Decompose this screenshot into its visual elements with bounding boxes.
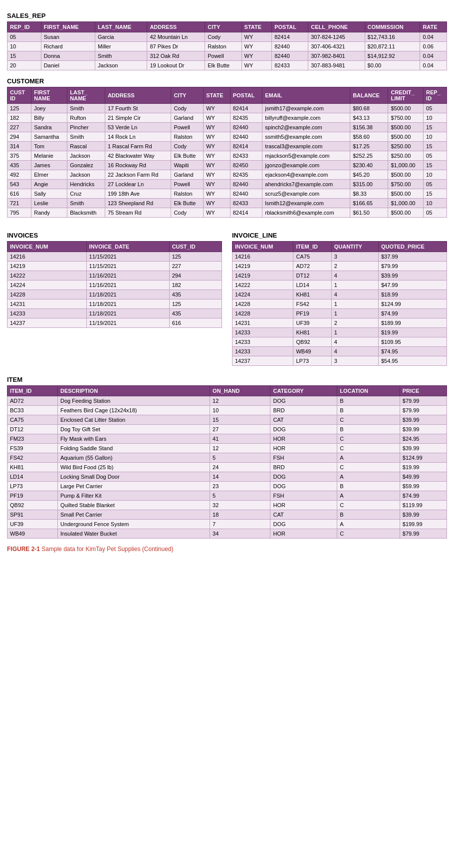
table-cell: A (337, 472, 400, 482)
table-cell: $500.00 (388, 170, 424, 180)
table-cell: 05 (424, 180, 447, 189)
table-cell: Samantha (31, 132, 67, 142)
table-cell: $250.00 (388, 142, 424, 151)
table-cell: WY (204, 132, 230, 142)
table-cell: 616 (169, 318, 222, 328)
table-row: 14219AD722$79.99 (232, 262, 447, 271)
salesrep-header-row: REP_IDFIRST_NAMELAST_NAMEADDRESSCITYSTAT… (7, 22, 447, 32)
table-cell: 82435 (230, 113, 262, 123)
table-cell: WY (204, 104, 230, 113)
table-cell: $19.99 (378, 328, 447, 337)
table-cell: $252.25 (350, 151, 388, 161)
col-header-on-hand: ON_HAND (210, 386, 270, 396)
table-cell: Powell (205, 51, 241, 61)
table-cell: BC33 (7, 406, 58, 415)
table-row: 1423711/19/2021616 (7, 318, 222, 328)
table-cell: 21 Simple Cir (105, 113, 171, 123)
table-cell: Sally (31, 189, 67, 199)
table-cell: DOG (270, 396, 337, 406)
table-cell: 82414 (272, 32, 308, 42)
table-cell: WY (204, 113, 230, 123)
table-cell: Jackson (95, 61, 147, 70)
table-row: QB92Quilted Stable Blanket32HORC$119.99 (7, 501, 447, 510)
table-cell: Small Pet Carrier (57, 510, 210, 520)
col-header-rep-id: REP_ID (7, 22, 41, 32)
table-cell: ejackson4@example.com (262, 170, 350, 180)
table-cell: FS42 (293, 299, 331, 309)
col-header-state: STATE (204, 87, 230, 104)
table-cell: Sandra (31, 123, 67, 132)
table-row: 1423111/18/2021125 (7, 299, 222, 309)
table-cell: 20 (7, 61, 41, 70)
table-cell: 82440 (230, 123, 262, 132)
table-row: 795RandyBlacksmith75 Stream RdCodyWY8241… (7, 208, 447, 218)
table-cell: Pump & Filter Kit (57, 491, 210, 501)
table-row: WB49Insulated Water Bucket34HORC$79.99 (7, 529, 447, 539)
table-cell: Gonzalez (67, 161, 105, 170)
col-header-last-name: LAST_NAME (95, 22, 147, 32)
invoice-line-section: INVOICE_LINE INVOICE_NUMITEM_IDQUANTITYQ… (232, 225, 447, 369)
table-cell: $199.99 (400, 520, 447, 529)
table-cell: $45.20 (350, 170, 388, 180)
table-cell: Dog Feeding Station (57, 396, 210, 406)
invoices-section: INVOICES INVOICE_NUMINVOICE_DATECUST_ID … (7, 225, 222, 369)
col-header-commission: COMMISSION (365, 22, 420, 32)
table-row: 125JoeySmith17 Fourth StCodyWY82414jsmit… (7, 104, 447, 113)
table-cell: 11/15/2021 (86, 262, 169, 271)
table-cell: B (337, 425, 400, 434)
table-cell: Billy (31, 113, 67, 123)
invoice-line-table: INVOICE_NUMITEM_IDQUANTITYQUOTED_PRICE 1… (232, 241, 447, 366)
table-cell: Smith (95, 51, 147, 61)
invoice-line-header-row: INVOICE_NUMITEM_IDQUANTITYQUOTED_PRICE (232, 242, 447, 252)
table-row: 492ElmerJackson22 Jackson Farm RdGarland… (7, 170, 447, 180)
col-header-city: CITY (171, 87, 204, 104)
table-cell: 11/16/2021 (86, 271, 169, 281)
table-cell: 14 Rock Ln (105, 132, 171, 142)
table-cell: $79.99 (378, 262, 447, 271)
salesrep-section: SALES_REP REP_IDFIRST_NAMELAST_NAMEADDRE… (7, 12, 447, 70)
table-cell: FM23 (7, 434, 58, 444)
table-cell: 182 (7, 113, 31, 123)
table-cell: 53 Verde Ln (105, 123, 171, 132)
table-cell: 75 Stream Rd (105, 208, 171, 218)
invoices-title: INVOICES (7, 232, 222, 239)
table-cell: 14222 (232, 281, 293, 290)
table-cell: 2 (331, 318, 378, 328)
table-cell: 82440 (230, 180, 262, 189)
table-cell: 10 (424, 170, 447, 180)
table-cell: 10 (424, 199, 447, 208)
table-cell: 11/18/2021 (86, 309, 169, 318)
table-cell: 616 (7, 189, 31, 199)
table-cell: $315.00 (350, 180, 388, 189)
table-cell: 82440 (272, 51, 308, 61)
table-row: 294SamanthaSmith14 Rock LnRalstonWY82440… (7, 132, 447, 142)
table-cell: Garcia (95, 32, 147, 42)
table-cell: B (337, 482, 400, 491)
table-cell: 294 (169, 271, 222, 281)
table-cell: $1,000.00 (388, 199, 424, 208)
table-cell: jsmith17@example.com (262, 104, 350, 113)
col-header-item-id: ITEM_ID (293, 242, 331, 252)
table-row: 1421611/15/2021125 (7, 252, 222, 262)
table-cell: 0.04 (420, 32, 447, 42)
col-header-rate: RATE (420, 22, 447, 32)
table-cell: 82433 (230, 151, 262, 161)
table-cell: 87 Pikes Dr (147, 42, 205, 51)
table-cell: A (337, 491, 400, 501)
table-cell: $8.33 (350, 189, 388, 199)
table-cell: HOR (270, 529, 337, 539)
table-cell: 0.04 (420, 61, 447, 70)
table-cell: $500.00 (388, 189, 424, 199)
table-cell: DOG (270, 425, 337, 434)
table-row: FS39Folding Saddle Stand12HORC$39.99 (7, 444, 447, 453)
table-cell: WY (204, 151, 230, 161)
table-cell: CA75 (7, 415, 58, 425)
col-header-invoice-num: INVOICE_NUM (232, 242, 293, 252)
table-cell: Leslie (31, 199, 67, 208)
table-cell: Quilted Stable Blanket (57, 501, 210, 510)
table-row: 14237LP733$54.95 (232, 356, 447, 366)
table-cell: 41 (210, 434, 270, 444)
table-cell: 182 (169, 281, 222, 290)
col-header-credit-limit: CREDIT_LIMIT (388, 87, 424, 104)
table-cell: 14 (210, 472, 270, 482)
